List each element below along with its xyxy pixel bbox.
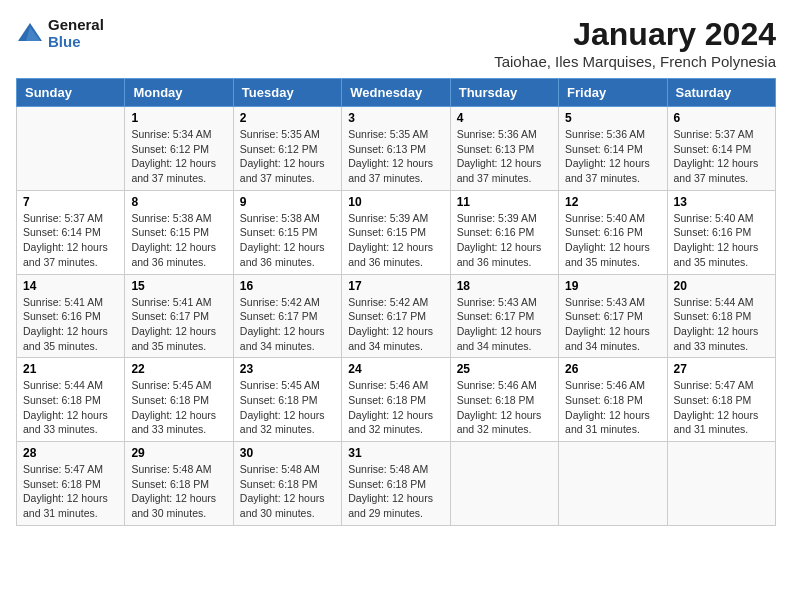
- calendar-cell: 17Sunrise: 5:42 AM Sunset: 6:17 PM Dayli…: [342, 274, 450, 358]
- day-info: Sunrise: 5:39 AM Sunset: 6:16 PM Dayligh…: [457, 211, 552, 270]
- day-number: 24: [348, 362, 443, 376]
- day-number: 17: [348, 279, 443, 293]
- calendar-cell: 4Sunrise: 5:36 AM Sunset: 6:13 PM Daylig…: [450, 107, 558, 191]
- calendar-body: 1Sunrise: 5:34 AM Sunset: 6:12 PM Daylig…: [17, 107, 776, 526]
- calendar-cell: 28Sunrise: 5:47 AM Sunset: 6:18 PM Dayli…: [17, 442, 125, 526]
- day-info: Sunrise: 5:43 AM Sunset: 6:17 PM Dayligh…: [565, 295, 660, 354]
- location-subtitle: Taiohae, Iles Marquises, French Polynesi…: [494, 53, 776, 70]
- day-number: 2: [240, 111, 335, 125]
- calendar-cell: 10Sunrise: 5:39 AM Sunset: 6:15 PM Dayli…: [342, 190, 450, 274]
- calendar-cell: 20Sunrise: 5:44 AM Sunset: 6:18 PM Dayli…: [667, 274, 775, 358]
- calendar-cell: 19Sunrise: 5:43 AM Sunset: 6:17 PM Dayli…: [559, 274, 667, 358]
- logo-icon: [16, 21, 44, 45]
- title-block: January 2024 Taiohae, Iles Marquises, Fr…: [494, 16, 776, 70]
- calendar-cell: 2Sunrise: 5:35 AM Sunset: 6:12 PM Daylig…: [233, 107, 341, 191]
- calendar-cell: 5Sunrise: 5:36 AM Sunset: 6:14 PM Daylig…: [559, 107, 667, 191]
- day-info: Sunrise: 5:46 AM Sunset: 6:18 PM Dayligh…: [348, 378, 443, 437]
- day-info: Sunrise: 5:41 AM Sunset: 6:17 PM Dayligh…: [131, 295, 226, 354]
- day-number: 30: [240, 446, 335, 460]
- calendar-cell: 3Sunrise: 5:35 AM Sunset: 6:13 PM Daylig…: [342, 107, 450, 191]
- calendar-cell: 7Sunrise: 5:37 AM Sunset: 6:14 PM Daylig…: [17, 190, 125, 274]
- page-header: General Blue January 2024 Taiohae, Iles …: [16, 16, 776, 70]
- day-number: 8: [131, 195, 226, 209]
- calendar-cell: 31Sunrise: 5:48 AM Sunset: 6:18 PM Dayli…: [342, 442, 450, 526]
- day-info: Sunrise: 5:46 AM Sunset: 6:18 PM Dayligh…: [457, 378, 552, 437]
- calendar-cell: 27Sunrise: 5:47 AM Sunset: 6:18 PM Dayli…: [667, 358, 775, 442]
- day-info: Sunrise: 5:44 AM Sunset: 6:18 PM Dayligh…: [674, 295, 769, 354]
- weekday-header-tuesday: Tuesday: [233, 79, 341, 107]
- day-info: Sunrise: 5:36 AM Sunset: 6:13 PM Dayligh…: [457, 127, 552, 186]
- day-info: Sunrise: 5:46 AM Sunset: 6:18 PM Dayligh…: [565, 378, 660, 437]
- calendar-title: January 2024: [494, 16, 776, 53]
- calendar-cell: 16Sunrise: 5:42 AM Sunset: 6:17 PM Dayli…: [233, 274, 341, 358]
- calendar-week-1: 1Sunrise: 5:34 AM Sunset: 6:12 PM Daylig…: [17, 107, 776, 191]
- day-number: 16: [240, 279, 335, 293]
- day-info: Sunrise: 5:38 AM Sunset: 6:15 PM Dayligh…: [131, 211, 226, 270]
- day-number: 4: [457, 111, 552, 125]
- calendar-cell: 24Sunrise: 5:46 AM Sunset: 6:18 PM Dayli…: [342, 358, 450, 442]
- day-info: Sunrise: 5:48 AM Sunset: 6:18 PM Dayligh…: [131, 462, 226, 521]
- day-info: Sunrise: 5:40 AM Sunset: 6:16 PM Dayligh…: [674, 211, 769, 270]
- day-number: 3: [348, 111, 443, 125]
- day-number: 22: [131, 362, 226, 376]
- day-info: Sunrise: 5:36 AM Sunset: 6:14 PM Dayligh…: [565, 127, 660, 186]
- day-number: 13: [674, 195, 769, 209]
- day-info: Sunrise: 5:35 AM Sunset: 6:12 PM Dayligh…: [240, 127, 335, 186]
- day-number: 26: [565, 362, 660, 376]
- calendar-week-2: 7Sunrise: 5:37 AM Sunset: 6:14 PM Daylig…: [17, 190, 776, 274]
- calendar-cell: [450, 442, 558, 526]
- calendar-cell: 21Sunrise: 5:44 AM Sunset: 6:18 PM Dayli…: [17, 358, 125, 442]
- calendar-cell: 12Sunrise: 5:40 AM Sunset: 6:16 PM Dayli…: [559, 190, 667, 274]
- day-number: 11: [457, 195, 552, 209]
- calendar-cell: 18Sunrise: 5:43 AM Sunset: 6:17 PM Dayli…: [450, 274, 558, 358]
- day-info: Sunrise: 5:37 AM Sunset: 6:14 PM Dayligh…: [674, 127, 769, 186]
- day-info: Sunrise: 5:45 AM Sunset: 6:18 PM Dayligh…: [240, 378, 335, 437]
- day-info: Sunrise: 5:40 AM Sunset: 6:16 PM Dayligh…: [565, 211, 660, 270]
- day-number: 6: [674, 111, 769, 125]
- calendar-cell: 22Sunrise: 5:45 AM Sunset: 6:18 PM Dayli…: [125, 358, 233, 442]
- day-info: Sunrise: 5:47 AM Sunset: 6:18 PM Dayligh…: [674, 378, 769, 437]
- day-number: 5: [565, 111, 660, 125]
- calendar-week-3: 14Sunrise: 5:41 AM Sunset: 6:16 PM Dayli…: [17, 274, 776, 358]
- day-number: 23: [240, 362, 335, 376]
- day-number: 29: [131, 446, 226, 460]
- day-number: 10: [348, 195, 443, 209]
- day-info: Sunrise: 5:43 AM Sunset: 6:17 PM Dayligh…: [457, 295, 552, 354]
- calendar-cell: 9Sunrise: 5:38 AM Sunset: 6:15 PM Daylig…: [233, 190, 341, 274]
- day-info: Sunrise: 5:34 AM Sunset: 6:12 PM Dayligh…: [131, 127, 226, 186]
- calendar-cell: 6Sunrise: 5:37 AM Sunset: 6:14 PM Daylig…: [667, 107, 775, 191]
- calendar-week-4: 21Sunrise: 5:44 AM Sunset: 6:18 PM Dayli…: [17, 358, 776, 442]
- calendar-cell: 14Sunrise: 5:41 AM Sunset: 6:16 PM Dayli…: [17, 274, 125, 358]
- day-number: 28: [23, 446, 118, 460]
- calendar-cell: 1Sunrise: 5:34 AM Sunset: 6:12 PM Daylig…: [125, 107, 233, 191]
- weekday-header-row: SundayMondayTuesdayWednesdayThursdayFrid…: [17, 79, 776, 107]
- calendar-cell: 30Sunrise: 5:48 AM Sunset: 6:18 PM Dayli…: [233, 442, 341, 526]
- calendar-cell: 23Sunrise: 5:45 AM Sunset: 6:18 PM Dayli…: [233, 358, 341, 442]
- calendar-cell: [667, 442, 775, 526]
- day-number: 25: [457, 362, 552, 376]
- logo: General Blue: [16, 16, 104, 50]
- calendar-cell: 29Sunrise: 5:48 AM Sunset: 6:18 PM Dayli…: [125, 442, 233, 526]
- calendar-cell: 25Sunrise: 5:46 AM Sunset: 6:18 PM Dayli…: [450, 358, 558, 442]
- calendar-cell: [17, 107, 125, 191]
- day-number: 27: [674, 362, 769, 376]
- calendar-cell: [559, 442, 667, 526]
- logo-text: General Blue: [48, 16, 104, 50]
- day-number: 21: [23, 362, 118, 376]
- day-info: Sunrise: 5:39 AM Sunset: 6:15 PM Dayligh…: [348, 211, 443, 270]
- calendar-cell: 13Sunrise: 5:40 AM Sunset: 6:16 PM Dayli…: [667, 190, 775, 274]
- day-number: 18: [457, 279, 552, 293]
- day-number: 15: [131, 279, 226, 293]
- day-info: Sunrise: 5:41 AM Sunset: 6:16 PM Dayligh…: [23, 295, 118, 354]
- calendar-table: SundayMondayTuesdayWednesdayThursdayFrid…: [16, 78, 776, 526]
- day-info: Sunrise: 5:48 AM Sunset: 6:18 PM Dayligh…: [348, 462, 443, 521]
- calendar-week-5: 28Sunrise: 5:47 AM Sunset: 6:18 PM Dayli…: [17, 442, 776, 526]
- weekday-header-wednesday: Wednesday: [342, 79, 450, 107]
- day-number: 14: [23, 279, 118, 293]
- day-number: 20: [674, 279, 769, 293]
- day-number: 31: [348, 446, 443, 460]
- day-info: Sunrise: 5:42 AM Sunset: 6:17 PM Dayligh…: [348, 295, 443, 354]
- day-number: 19: [565, 279, 660, 293]
- day-info: Sunrise: 5:42 AM Sunset: 6:17 PM Dayligh…: [240, 295, 335, 354]
- day-info: Sunrise: 5:48 AM Sunset: 6:18 PM Dayligh…: [240, 462, 335, 521]
